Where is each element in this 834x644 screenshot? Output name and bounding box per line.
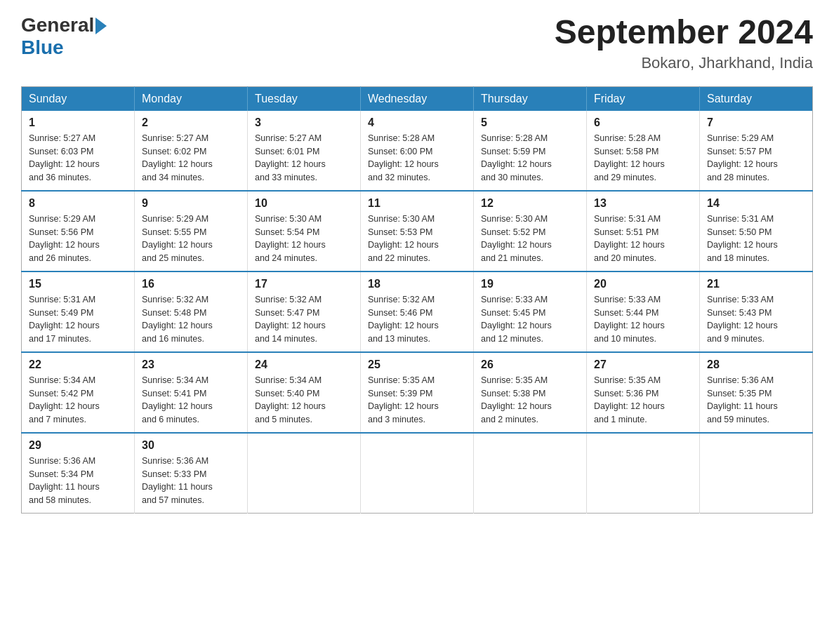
day-number: 25 (368, 358, 466, 371)
day-info: Sunrise: 5:32 AMSunset: 5:47 PMDaylight:… (255, 293, 353, 346)
weekday-header-friday: Friday (587, 86, 700, 111)
calendar-week-row: 22Sunrise: 5:34 AMSunset: 5:42 PMDayligh… (22, 352, 813, 433)
calendar-cell (361, 433, 474, 514)
calendar-cell: 20Sunrise: 5:33 AMSunset: 5:44 PMDayligh… (587, 271, 700, 352)
logo: General Blue (21, 14, 107, 59)
calendar-cell (700, 433, 813, 514)
day-number: 4 (368, 116, 466, 129)
day-info: Sunrise: 5:28 AMSunset: 5:59 PMDaylight:… (481, 132, 579, 185)
calendar-cell: 9Sunrise: 5:29 AMSunset: 5:55 PMDaylight… (135, 191, 248, 271)
page-header: General Blue September 2024 Bokaro, Jhar… (21, 14, 813, 72)
day-number: 8 (29, 197, 127, 210)
day-info: Sunrise: 5:27 AMSunset: 6:03 PMDaylight:… (29, 132, 127, 185)
calendar-cell: 29Sunrise: 5:36 AMSunset: 5:34 PMDayligh… (22, 433, 135, 514)
weekday-header-row: SundayMondayTuesdayWednesdayThursdayFrid… (22, 86, 813, 111)
day-info: Sunrise: 5:34 AMSunset: 5:40 PMDaylight:… (255, 374, 353, 427)
calendar-cell: 3Sunrise: 5:27 AMSunset: 6:01 PMDaylight… (248, 111, 361, 191)
calendar-week-row: 8Sunrise: 5:29 AMSunset: 5:56 PMDaylight… (22, 191, 813, 271)
day-info: Sunrise: 5:33 AMSunset: 5:45 PMDaylight:… (481, 293, 579, 346)
day-info: Sunrise: 5:35 AMSunset: 5:39 PMDaylight:… (368, 374, 466, 427)
calendar-week-row: 1Sunrise: 5:27 AMSunset: 6:03 PMDaylight… (22, 111, 813, 191)
day-info: Sunrise: 5:28 AMSunset: 6:00 PMDaylight:… (368, 132, 466, 185)
day-info: Sunrise: 5:32 AMSunset: 5:48 PMDaylight:… (142, 293, 240, 346)
day-number: 1 (29, 116, 127, 129)
day-number: 23 (142, 358, 240, 371)
day-info: Sunrise: 5:30 AMSunset: 5:53 PMDaylight:… (368, 213, 466, 265)
weekday-header-wednesday: Wednesday (361, 86, 474, 111)
day-number: 11 (368, 197, 466, 210)
calendar-cell (474, 433, 587, 514)
day-info: Sunrise: 5:27 AMSunset: 6:01 PMDaylight:… (255, 132, 353, 185)
day-info: Sunrise: 5:29 AMSunset: 5:55 PMDaylight:… (142, 213, 240, 265)
calendar-subtitle: Bokaro, Jharkhand, India (555, 54, 813, 72)
day-number: 12 (481, 197, 579, 210)
calendar-cell: 12Sunrise: 5:30 AMSunset: 5:52 PMDayligh… (474, 191, 587, 271)
calendar-cell: 13Sunrise: 5:31 AMSunset: 5:51 PMDayligh… (587, 191, 700, 271)
calendar-cell: 8Sunrise: 5:29 AMSunset: 5:56 PMDaylight… (22, 191, 135, 271)
day-info: Sunrise: 5:36 AMSunset: 5:33 PMDaylight:… (142, 455, 240, 507)
day-number: 15 (29, 278, 127, 290)
day-info: Sunrise: 5:36 AMSunset: 5:34 PMDaylight:… (29, 455, 127, 507)
day-info: Sunrise: 5:33 AMSunset: 5:44 PMDaylight:… (594, 293, 692, 346)
weekday-header-tuesday: Tuesday (248, 86, 361, 111)
calendar-cell: 4Sunrise: 5:28 AMSunset: 6:00 PMDaylight… (361, 111, 474, 191)
calendar-cell (248, 433, 361, 514)
day-info: Sunrise: 5:34 AMSunset: 5:42 PMDaylight:… (29, 374, 127, 427)
calendar-cell: 17Sunrise: 5:32 AMSunset: 5:47 PMDayligh… (248, 271, 361, 352)
calendar-cell: 5Sunrise: 5:28 AMSunset: 5:59 PMDaylight… (474, 111, 587, 191)
day-info: Sunrise: 5:30 AMSunset: 5:52 PMDaylight:… (481, 213, 579, 265)
calendar-cell: 16Sunrise: 5:32 AMSunset: 5:48 PMDayligh… (135, 271, 248, 352)
day-number: 22 (29, 358, 127, 371)
calendar-cell: 6Sunrise: 5:28 AMSunset: 5:58 PMDaylight… (587, 111, 700, 191)
day-info: Sunrise: 5:34 AMSunset: 5:41 PMDaylight:… (142, 374, 240, 427)
calendar-cell: 22Sunrise: 5:34 AMSunset: 5:42 PMDayligh… (22, 352, 135, 433)
logo-general-text: General (21, 14, 94, 36)
day-number: 13 (594, 197, 692, 210)
calendar-cell: 18Sunrise: 5:32 AMSunset: 5:46 PMDayligh… (361, 271, 474, 352)
day-info: Sunrise: 5:35 AMSunset: 5:36 PMDaylight:… (594, 374, 692, 427)
day-number: 17 (255, 278, 353, 290)
calendar-cell: 2Sunrise: 5:27 AMSunset: 6:02 PMDaylight… (135, 111, 248, 191)
logo-blue-text: Blue (21, 36, 64, 59)
day-info: Sunrise: 5:27 AMSunset: 6:02 PMDaylight:… (142, 132, 240, 185)
day-number: 3 (255, 116, 353, 129)
day-number: 21 (707, 278, 805, 290)
day-number: 5 (481, 116, 579, 129)
calendar-cell: 1Sunrise: 5:27 AMSunset: 6:03 PMDaylight… (22, 111, 135, 191)
calendar-cell: 7Sunrise: 5:29 AMSunset: 5:57 PMDaylight… (700, 111, 813, 191)
day-number: 7 (707, 116, 805, 129)
day-number: 27 (594, 358, 692, 371)
calendar-cell: 24Sunrise: 5:34 AMSunset: 5:40 PMDayligh… (248, 352, 361, 433)
logo-arrow-icon (95, 18, 107, 34)
calendar-cell: 28Sunrise: 5:36 AMSunset: 5:35 PMDayligh… (700, 352, 813, 433)
day-number: 6 (594, 116, 692, 129)
day-info: Sunrise: 5:33 AMSunset: 5:43 PMDaylight:… (707, 293, 805, 346)
day-info: Sunrise: 5:31 AMSunset: 5:50 PMDaylight:… (707, 213, 805, 265)
calendar-cell: 19Sunrise: 5:33 AMSunset: 5:45 PMDayligh… (474, 271, 587, 352)
day-info: Sunrise: 5:29 AMSunset: 5:56 PMDaylight:… (29, 213, 127, 265)
day-info: Sunrise: 5:28 AMSunset: 5:58 PMDaylight:… (594, 132, 692, 185)
day-number: 10 (255, 197, 353, 210)
calendar-cell: 14Sunrise: 5:31 AMSunset: 5:50 PMDayligh… (700, 191, 813, 271)
day-number: 26 (481, 358, 579, 371)
day-number: 19 (481, 278, 579, 290)
day-info: Sunrise: 5:32 AMSunset: 5:46 PMDaylight:… (368, 293, 466, 346)
day-number: 14 (707, 197, 805, 210)
calendar-title-section: September 2024 Bokaro, Jharkhand, India (555, 14, 813, 72)
calendar-cell: 30Sunrise: 5:36 AMSunset: 5:33 PMDayligh… (135, 433, 248, 514)
day-info: Sunrise: 5:29 AMSunset: 5:57 PMDaylight:… (707, 132, 805, 185)
calendar-week-row: 29Sunrise: 5:36 AMSunset: 5:34 PMDayligh… (22, 433, 813, 514)
weekday-header-saturday: Saturday (700, 86, 813, 111)
weekday-header-sunday: Sunday (22, 86, 135, 111)
day-info: Sunrise: 5:31 AMSunset: 5:49 PMDaylight:… (29, 293, 127, 346)
day-number: 29 (29, 439, 127, 452)
day-number: 16 (142, 278, 240, 290)
day-number: 28 (707, 358, 805, 371)
day-number: 18 (368, 278, 466, 290)
calendar-title: September 2024 (555, 14, 813, 51)
weekday-header-thursday: Thursday (474, 86, 587, 111)
calendar-cell: 21Sunrise: 5:33 AMSunset: 5:43 PMDayligh… (700, 271, 813, 352)
calendar-cell: 26Sunrise: 5:35 AMSunset: 5:38 PMDayligh… (474, 352, 587, 433)
calendar-table: SundayMondayTuesdayWednesdayThursdayFrid… (21, 86, 813, 514)
day-info: Sunrise: 5:30 AMSunset: 5:54 PMDaylight:… (255, 213, 353, 265)
